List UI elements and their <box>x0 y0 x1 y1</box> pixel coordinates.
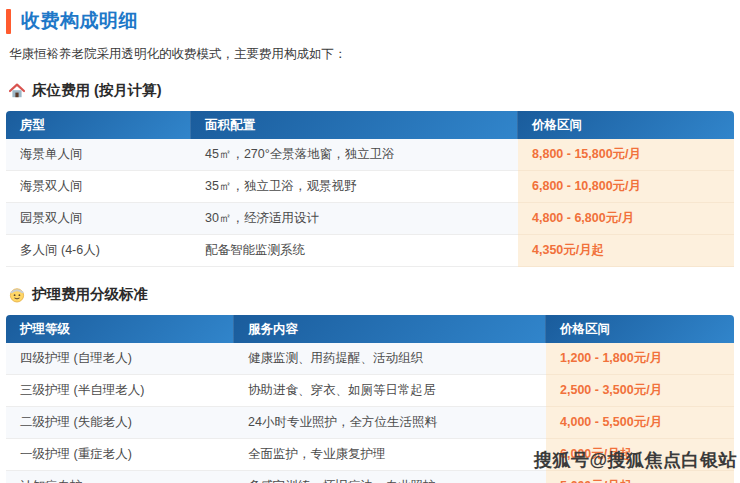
service-content-cell: 健康监测、用药提醒、活动组织 <box>234 343 546 375</box>
page-title: 收费构成明细 <box>21 8 138 34</box>
table-row: 认知症专护 多感官训练、怀旧疗法、专业照护 5,600元/月起 <box>6 471 734 483</box>
room-type-cell: 海景双人间 <box>6 171 191 203</box>
service-content-cell: 协助进食、穿衣、如厕等日常起居 <box>234 375 546 407</box>
table-row: 二级护理 (失能老人) 24小时专业照护，全方位生活照料 4,000 - 5,5… <box>6 407 734 439</box>
area-config-cell: 35㎡，独立卫浴，观景视野 <box>191 171 518 203</box>
section-heading-bed-fee: 床位费用 (按月计算) <box>9 81 734 100</box>
column-header-service-content: 服务内容 <box>234 315 546 343</box>
service-content-cell: 24小时专业照护，全方位生活照料 <box>234 407 546 439</box>
care-level-cell: 二级护理 (失能老人) <box>6 407 234 439</box>
section-heading-label: 床位费用 (按月计算) <box>32 81 162 100</box>
table-row: 园景双人间 30㎡，经济适用设计 4,800 - 6,800元/月 <box>6 203 734 235</box>
price-cell: 5,600元/月起 <box>546 471 734 483</box>
table-row: 海景双人间 35㎡，独立卫浴，观景视野 6,800 - 10,800元/月 <box>6 171 734 203</box>
care-level-cell: 四级护理 (自理老人) <box>6 343 234 375</box>
service-content-cell: 全面监护，专业康复护理 <box>234 439 546 471</box>
area-config-cell: 30㎡，经济适用设计 <box>191 203 518 235</box>
title-accent-bar <box>6 9 11 34</box>
price-cell: 6,800 - 10,800元/月 <box>518 171 734 203</box>
price-cell: 2,500 - 3,500元/月 <box>546 375 734 407</box>
table-header-row: 护理等级 服务内容 价格区间 <box>6 315 734 343</box>
column-header-price-range: 价格区间 <box>546 315 734 343</box>
room-type-cell: 园景双人间 <box>6 203 191 235</box>
section-heading-label: 护理费用分级标准 <box>32 285 148 304</box>
room-type-cell: 多人间 (4-6人) <box>6 235 191 267</box>
care-level-cell: 一级护理 (重症老人) <box>6 439 234 471</box>
column-header-area-config: 面积配置 <box>191 111 518 139</box>
price-cell: 4,800 - 6,800元/月 <box>518 203 734 235</box>
price-cell: 4,350元/月起 <box>518 235 734 267</box>
section-heading-care-fee: 护理费用分级标准 <box>9 285 734 304</box>
table-row: 四级护理 (自理老人) 健康监测、用药提醒、活动组织 1,200 - 1,800… <box>6 343 734 375</box>
elder-face-icon <box>9 287 25 303</box>
price-cell: 4,000 - 5,500元/月 <box>546 407 734 439</box>
table-row: 三级护理 (半自理老人) 协助进食、穿衣、如厕等日常起居 2,500 - 3,5… <box>6 375 734 407</box>
service-content-cell: 多感官训练、怀旧疗法、专业照护 <box>234 471 546 483</box>
fee-detail-article: 收费构成明细 华康恒裕养老院采用透明化的收费模式，主要费用构成如下： 床位费用 … <box>0 0 740 483</box>
area-config-cell: 45㎡，270°全景落地窗，独立卫浴 <box>191 139 518 171</box>
column-header-care-level: 护理等级 <box>6 315 234 343</box>
room-type-cell: 海景单人间 <box>6 139 191 171</box>
column-header-room-type: 房型 <box>6 111 191 139</box>
sohu-watermark: 搜狐号@搜狐焦点白银站 <box>534 448 737 472</box>
table-row: 多人间 (4-6人) 配备智能监测系统 4,350元/月起 <box>6 235 734 267</box>
column-header-price-range: 价格区间 <box>518 111 734 139</box>
house-icon <box>9 83 25 99</box>
care-level-cell: 三级护理 (半自理老人) <box>6 375 234 407</box>
price-cell: 8,800 - 15,800元/月 <box>518 139 734 171</box>
area-config-cell: 配备智能监测系统 <box>191 235 518 267</box>
table-header-row: 房型 面积配置 价格区间 <box>6 111 734 139</box>
bed-fee-table: 房型 面积配置 价格区间 海景单人间 45㎡，270°全景落地窗，独立卫浴 8,… <box>6 111 734 267</box>
page-title-row: 收费构成明细 <box>6 8 734 34</box>
price-cell: 1,200 - 1,800元/月 <box>546 343 734 375</box>
table-row: 海景单人间 45㎡，270°全景落地窗，独立卫浴 8,800 - 15,800元… <box>6 139 734 171</box>
intro-text: 华康恒裕养老院采用透明化的收费模式，主要费用构成如下： <box>9 46 734 63</box>
care-level-cell: 认知症专护 <box>6 471 234 483</box>
